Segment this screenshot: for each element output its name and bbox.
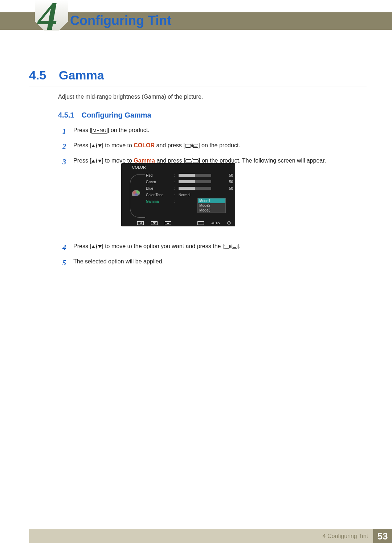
chapter-badge: 4 — [35, 0, 68, 30]
chapter-title: Configuring Tint — [70, 13, 171, 28]
osd-arc-decor — [130, 174, 145, 218]
source-enter-icon: / — [185, 142, 198, 148]
subsection-title: Configuring Gamma — [81, 111, 151, 119]
accent-color: COLOR — [134, 142, 155, 148]
menu-button-label: MENU — [91, 128, 107, 134]
slider-track — [179, 180, 211, 183]
osd-gamma-dropdown: Mode1 Mode2 Mode3 — [197, 198, 226, 213]
dropdown-option-mode2: Mode2 — [198, 203, 225, 208]
nav-up-icon — [165, 221, 171, 225]
osd-panel: COLOR Red : 50 Green : 50 Blue : 50 Colo… — [121, 163, 235, 226]
step-number: 1 — [62, 126, 68, 136]
up-down-icon: / — [91, 157, 102, 165]
step-number: 4 — [62, 242, 68, 253]
up-down-icon: / — [91, 142, 102, 150]
palette-icon — [132, 190, 140, 196]
nav-down-icon — [151, 221, 158, 225]
auto-label: AUTO — [211, 222, 220, 225]
step-text: The selected option will be applied. — [73, 258, 164, 266]
osd-row-green: Green : 50 — [146, 178, 233, 185]
step-number: 2 — [62, 141, 68, 152]
section-intro: Adjust the mid-range brightness (Gamma) … — [58, 94, 203, 100]
up-down-icon: / — [91, 243, 102, 251]
source-enter-icon: / — [185, 157, 199, 164]
slider-track — [179, 187, 211, 190]
step-number: 3 — [62, 157, 68, 167]
slider-fill — [179, 174, 195, 177]
source-enter-icon: / — [224, 243, 237, 249]
section-title: Gamma — [59, 68, 104, 82]
step-1: 1 Press [MENU] on the product. — [62, 126, 367, 136]
dropdown-option-mode1: Mode1 — [198, 198, 225, 203]
slider-track — [179, 174, 211, 177]
slider-fill — [179, 180, 195, 183]
footer-page-number: 53 — [373, 529, 392, 543]
accent-gamma: Gamma — [134, 157, 155, 164]
dropdown-option-mode3: Mode3 — [198, 208, 225, 213]
page-footer: 4 Configuring Tint 53 — [29, 529, 392, 543]
osd-row-colortone: Color Tone : Normal — [146, 192, 233, 198]
step-text: Press [/] to move to COLOR and press [/]… — [73, 141, 240, 150]
osd-button-guide: AUTO — [137, 221, 231, 225]
step-4: 4 Press [/] to move to the option you wa… — [62, 242, 367, 253]
slider-fill — [179, 187, 195, 190]
section-heading: 4.5 Gamma — [29, 68, 367, 86]
subsection-heading: 4.5.1 Configuring Gamma — [58, 111, 151, 119]
subsection-number: 4.5.1 — [58, 111, 74, 119]
osd-title: COLOR — [132, 165, 146, 169]
step-2: 2 Press [/] to move to COLOR and press [… — [62, 141, 367, 152]
nav-left-icon — [137, 221, 144, 225]
step-text: Press [/] to move to the option you want… — [73, 242, 241, 251]
step-5: 5 The selected option will be applied. — [62, 258, 367, 268]
source-icon — [197, 221, 204, 225]
power-icon — [227, 221, 231, 225]
osd-row-blue: Blue : 50 — [146, 185, 233, 192]
chapter-number: 4 — [38, 0, 56, 40]
footer-chapter-ref: 4 Configuring Tint — [323, 533, 368, 539]
step-number: 5 — [62, 258, 68, 268]
step-text: Press [MENU] on the product. — [73, 126, 150, 134]
section-number: 4.5 — [29, 68, 49, 82]
osd-row-red: Red : 50 — [146, 172, 233, 178]
